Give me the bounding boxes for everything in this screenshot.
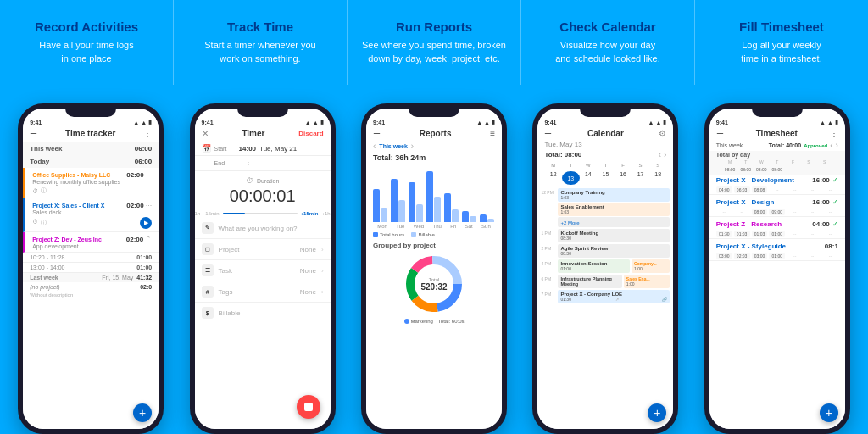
p4-day-T1: T bbox=[562, 163, 580, 168]
phone5-screen: 9:41 ▲ ▲ ▮ ☰ Timesheet ⋮ This week Total… bbox=[709, 108, 845, 429]
p1-more1-icon[interactable]: ··· bbox=[146, 170, 153, 179]
phone3-time: 9:41 bbox=[373, 120, 385, 125]
p1-entry1-time: 02:00 bbox=[126, 171, 143, 179]
p5-day-T: T bbox=[738, 159, 753, 164]
p1-today-time: 06:00 bbox=[135, 158, 152, 165]
p4-date-18[interactable]: 18 bbox=[649, 171, 667, 185]
p5-total-t2: 08:00 bbox=[771, 166, 785, 173]
signal-icon: ▲ bbox=[133, 120, 139, 125]
p2-project-field[interactable]: ◻ Project None › bbox=[195, 239, 331, 260]
p1-entry2-sub: Sales deck bbox=[32, 209, 152, 215]
p5-more-icon[interactable]: ⋮ bbox=[830, 129, 838, 138]
p2-slider-plus15[interactable]: +15min bbox=[301, 211, 319, 216]
p5-fab-button[interactable]: + bbox=[820, 403, 838, 422]
p5-p1-s: -- bbox=[804, 186, 821, 193]
p2-tags-icon: # bbox=[202, 286, 214, 298]
p4-innovation-event[interactable]: Innovation Session 01:00 bbox=[558, 259, 630, 273]
p1-today: Today bbox=[30, 158, 49, 165]
p2-discard-button[interactable]: Discard bbox=[298, 130, 323, 137]
p3-bar-total bbox=[373, 189, 380, 222]
p5-proj2: Project X - Design 16:00 ✓ -- -- 08:00 0… bbox=[709, 197, 845, 217]
p4-company-event[interactable]: Company... 1:00 bbox=[632, 259, 670, 273]
p2-tags-label: Tags bbox=[219, 288, 295, 296]
feature-timesheet: Fill Timesheet Log all your weeklytime i… bbox=[695, 0, 868, 85]
p3-chevron-right[interactable]: › bbox=[411, 142, 414, 151]
p4-sales2-event[interactable]: Sales Ena... 1:00 bbox=[624, 275, 670, 288]
feature-track-desc: Start a timer whenever youwork on someth… bbox=[204, 39, 315, 65]
p1-fab-button[interactable]: + bbox=[133, 403, 152, 422]
p4-kickoff-event[interactable]: Kickoff Meeting 08:30 bbox=[558, 229, 670, 242]
p3-bar-bill bbox=[381, 208, 387, 222]
p3-bar-group bbox=[391, 179, 406, 222]
p4-more-events[interactable]: +2 More bbox=[558, 217, 670, 227]
hamburger-icon[interactable]: ☰ bbox=[30, 129, 37, 138]
p2-slider-bar[interactable] bbox=[223, 213, 298, 214]
p4-date-14[interactable]: 14 bbox=[580, 171, 598, 185]
p4-date-13[interactable]: 13 bbox=[562, 171, 580, 185]
p5-header: ☰ Timesheet ⋮ bbox=[709, 127, 845, 140]
p3-hamburger-icon[interactable]: ☰ bbox=[373, 129, 381, 138]
p5-next-button[interactable]: › bbox=[835, 141, 837, 150]
phone5-time: 9:41 bbox=[716, 120, 728, 125]
p2-close-button[interactable]: ✕ bbox=[202, 129, 209, 138]
p3-donut-total: 520:32 bbox=[420, 282, 447, 292]
p1-play2-button[interactable]: ▶ bbox=[140, 217, 152, 229]
p4-date-15[interactable]: 15 bbox=[597, 171, 615, 185]
p3-bar-group bbox=[426, 171, 442, 222]
p4-agile-event[interactable]: Agile Sprint Review 08:30 bbox=[558, 244, 670, 258]
p2-what-field[interactable]: ✎ What are you working on? bbox=[195, 218, 331, 239]
p5-p4-f: -- bbox=[787, 253, 803, 259]
p4-more-label: +2 More bbox=[560, 220, 579, 225]
p5-total: Total: 40:00 bbox=[769, 142, 801, 148]
p4-date-12[interactable]: 12 bbox=[544, 171, 562, 185]
p2-billable-field[interactable]: $ Billable bbox=[195, 303, 331, 323]
p1-week-row: This week 06:00 bbox=[23, 142, 159, 155]
p5-title: Timesheet bbox=[756, 129, 798, 138]
p5-proj4-hours-row: 03:00 02:03 03:00 01:00 -- -- -- bbox=[709, 252, 845, 260]
p2-title: Timer bbox=[242, 129, 264, 138]
p2-wifi-icon: ▲ bbox=[313, 120, 319, 125]
p4-gear-icon[interactable]: ⚙ bbox=[659, 129, 666, 138]
phone4-time: 9:41 bbox=[544, 120, 556, 125]
p4-time-6pm: 6 PM bbox=[541, 275, 556, 281]
p3-marketing-dot bbox=[404, 319, 409, 324]
p4-2pm-slot: 2 PM Agile Sprint Review 08:30 bbox=[541, 244, 670, 258]
p4-sales-event[interactable]: Sales Enablement 1:03 bbox=[558, 203, 670, 216]
p2-dur-label: Duration bbox=[257, 178, 279, 184]
p4-fab-button[interactable]: + bbox=[648, 403, 666, 422]
p4-proj-event[interactable]: Project X - Company LOE 01:30 ↗ 🔗 bbox=[558, 290, 670, 303]
p2-tags-val: None bbox=[300, 288, 316, 296]
p1-more2-icon[interactable]: ··· bbox=[146, 201, 153, 209]
p4-hamburger-icon[interactable]: ☰ bbox=[544, 129, 552, 138]
p5-prev-button[interactable]: ‹ bbox=[830, 141, 832, 150]
p3-chart-day-label: Sun bbox=[481, 224, 491, 229]
p4-date-17[interactable]: 17 bbox=[632, 171, 649, 185]
p4-date-16[interactable]: 16 bbox=[615, 171, 632, 185]
p2-header: ✕ Timer Discard bbox=[195, 127, 331, 142]
p3-filter-icon[interactable]: ≡ bbox=[490, 129, 495, 138]
p1-entry3-sub: App development bbox=[32, 243, 152, 249]
p3-chevron-left[interactable]: ‹ bbox=[373, 142, 376, 151]
p3-marketing-item: Marketing bbox=[404, 319, 433, 324]
p2-tags-field[interactable]: # Tags None › bbox=[195, 281, 331, 303]
p5-proj3-header: Project Z - Research 04:00 ✓ bbox=[709, 219, 845, 230]
phone2: 9:41 ▲ ▲ ▮ ✕ Timer Discard 📅 Start 14:00 bbox=[190, 103, 336, 434]
p1-chevron3-icon[interactable]: ⌃ bbox=[145, 235, 152, 243]
p4-6pm-slot: 6 PM Infrastructure Planning Meeting Sal… bbox=[541, 275, 670, 288]
p4-prev-button[interactable]: ‹ bbox=[659, 150, 661, 159]
p4-infra-event[interactable]: Infrastructure Planning Meeting bbox=[558, 275, 621, 288]
p2-slider-plus1h: +1h bbox=[321, 211, 330, 216]
p4-battery-icon: ▮ bbox=[663, 119, 666, 125]
p1-more-icon[interactable]: ⋮ bbox=[143, 129, 152, 138]
p4-training-event[interactable]: Company Training 1:03 bbox=[558, 188, 670, 202]
p5-proj3: Project Z - Research 04:00 ✓ 01:30 01:03… bbox=[709, 219, 845, 239]
p1-range1-label: 10:20 - 11:28 bbox=[30, 254, 64, 260]
p4-next-button[interactable]: › bbox=[664, 150, 666, 159]
wifi-icon: ▲ bbox=[141, 120, 147, 125]
p1-range2-label: 13:00 - 14:00 bbox=[30, 264, 64, 270]
p2-task-field[interactable]: ☰ Task None › bbox=[195, 260, 331, 281]
p4-cal-header: M T W T F S S bbox=[537, 161, 673, 170]
p5-hamburger-icon[interactable]: ☰ bbox=[716, 129, 724, 138]
p3-total-row: Total: 36h 24m bbox=[366, 153, 502, 163]
p2-record-button[interactable] bbox=[297, 395, 320, 419]
